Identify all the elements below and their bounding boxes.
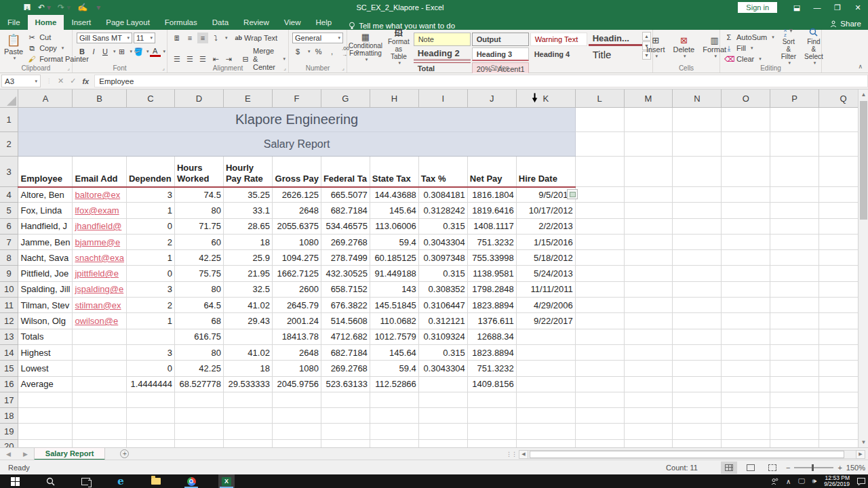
- ribbon-tab-formulas[interactable]: Formulas: [157, 15, 205, 30]
- cell[interactable]: 1: [126, 250, 174, 266]
- cell[interactable]: [624, 361, 673, 376]
- cell[interactable]: [18, 392, 73, 407]
- cell[interactable]: [73, 424, 126, 439]
- cell[interactable]: [272, 408, 321, 424]
- header-gross-pay[interactable]: Gross Pay: [272, 157, 321, 187]
- cell[interactable]: [516, 439, 575, 447]
- row-header-16[interactable]: 16: [0, 376, 18, 392]
- cell[interactable]: [770, 187, 819, 203]
- cell[interactable]: 60: [174, 234, 223, 249]
- cell[interactable]: [770, 218, 819, 234]
- cell[interactable]: [223, 439, 272, 447]
- cell[interactable]: 1409.8156: [467, 376, 516, 392]
- cell[interactable]: [370, 408, 418, 424]
- cell[interactable]: [722, 203, 770, 218]
- cell[interactable]: [673, 157, 722, 187]
- cell[interactable]: [272, 392, 321, 407]
- accounting-format-icon[interactable]: $: [292, 46, 303, 57]
- cell[interactable]: [624, 281, 673, 297]
- cell[interactable]: 534.46575: [321, 218, 370, 234]
- cell[interactable]: [73, 439, 126, 447]
- underline-button[interactable]: U: [100, 46, 111, 57]
- cell[interactable]: [575, 234, 624, 249]
- action-center-icon[interactable]: [857, 478, 865, 485]
- italic-button[interactable]: I: [88, 46, 99, 57]
- column-header-o[interactable]: O: [722, 89, 770, 108]
- cell[interactable]: 2600: [272, 281, 321, 297]
- row-header-19[interactable]: 19: [0, 424, 18, 439]
- cell[interactable]: 11/11/2011: [516, 281, 575, 297]
- clear-button[interactable]: ⌫Clear▾: [724, 54, 774, 64]
- number-dialog-launcher[interactable]: ⌟: [342, 65, 344, 71]
- cell[interactable]: 42.25: [174, 250, 223, 266]
- cell[interactable]: [174, 424, 223, 439]
- cell[interactable]: [770, 157, 819, 187]
- touch-mode-icon[interactable]: ✍: [77, 3, 87, 12]
- style-heading-3[interactable]: Heading 3: [472, 47, 529, 61]
- cell[interactable]: [722, 218, 770, 234]
- cell[interactable]: 751.3232: [467, 361, 516, 376]
- row-header-9[interactable]: 9: [0, 266, 18, 281]
- cell[interactable]: [722, 234, 770, 249]
- column-header-k[interactable]: K: [516, 89, 575, 108]
- sort-filter-button[interactable]: AZ Sort & Filter▾: [777, 30, 800, 64]
- cancel-icon[interactable]: ✕: [58, 77, 64, 85]
- style-warning-text[interactable]: Warning Text: [530, 33, 587, 46]
- cell[interactable]: 1376.611: [467, 313, 516, 329]
- cell[interactable]: 1408.1117: [467, 218, 516, 234]
- cell[interactable]: 35.25: [223, 187, 272, 203]
- cell[interactable]: Wilson, Olg: [18, 313, 73, 329]
- column-header-a[interactable]: A: [18, 89, 73, 108]
- cell[interactable]: 2/2/2013: [516, 218, 575, 234]
- cell[interactable]: [418, 376, 467, 392]
- cell[interactable]: 2: [126, 234, 174, 249]
- email-link[interactable]: stilman@ex: [73, 298, 126, 313]
- font-dialog-launcher[interactable]: ⌟: [162, 65, 165, 71]
- row-header-7[interactable]: 7: [0, 234, 18, 249]
- row-header-14[interactable]: 14: [0, 344, 18, 360]
- file-explorer-button[interactable]: [148, 474, 164, 488]
- cell[interactable]: [575, 266, 624, 281]
- cell[interactable]: [770, 281, 819, 297]
- header-federal-ta[interactable]: Federal Ta: [321, 157, 370, 187]
- cell[interactable]: 2001.24: [272, 313, 321, 329]
- cell[interactable]: [624, 424, 673, 439]
- fill-button[interactable]: ⤓Fill▾: [724, 43, 774, 54]
- font-name-combo[interactable]: Gill Sans MT▾: [77, 33, 132, 43]
- worksheet-subtitle[interactable]: Salary Report: [18, 132, 575, 157]
- scroll-up-icon[interactable]: ▲: [859, 89, 868, 100]
- cell[interactable]: [467, 439, 516, 447]
- cell[interactable]: 0.315: [418, 266, 467, 281]
- enter-icon[interactable]: ✓: [70, 77, 76, 85]
- cell[interactable]: 59.4: [370, 234, 418, 249]
- align-bottom-icon[interactable]: ≡: [197, 33, 208, 43]
- minimize-button[interactable]: —: [807, 0, 827, 15]
- orientation-icon[interactable]: ⤵: [210, 33, 221, 43]
- borders-button[interactable]: ⊞: [117, 46, 127, 57]
- cell[interactable]: 755.33998: [467, 250, 516, 266]
- cell[interactable]: [673, 344, 722, 360]
- cell[interactable]: 665.5077: [321, 187, 370, 203]
- scroll-down-icon[interactable]: ▼: [859, 437, 868, 447]
- decrease-indent-icon[interactable]: ⇤: [210, 54, 221, 64]
- cell[interactable]: [624, 250, 673, 266]
- wrap-text-button[interactable]: abWrap Text: [235, 34, 278, 42]
- style-note[interactable]: Note: [414, 33, 471, 46]
- email-link[interactable]: owilson@e: [73, 313, 126, 329]
- worksheet-title[interactable]: Klapore Engineering: [18, 108, 575, 132]
- horizontal-scroll-thumb[interactable]: [530, 451, 844, 458]
- cell[interactable]: 0.315: [418, 218, 467, 234]
- email-link[interactable]: snacht@exa: [73, 250, 126, 266]
- scrollbar-splitter[interactable]: ⋮⋮: [506, 451, 517, 458]
- cell[interactable]: [272, 424, 321, 439]
- cell[interactable]: Average: [18, 376, 73, 392]
- cell[interactable]: [770, 329, 819, 344]
- cell[interactable]: [516, 376, 575, 392]
- vertical-scroll-thumb[interactable]: [860, 101, 867, 220]
- new-sheet-icon[interactable]: +: [120, 449, 129, 458]
- cell[interactable]: [770, 203, 819, 218]
- cell[interactable]: Altore, Ben: [18, 187, 73, 203]
- cell[interactable]: 278.7499: [321, 250, 370, 266]
- cell[interactable]: 0: [126, 361, 174, 376]
- undo-icon[interactable]: ↶▾: [38, 3, 51, 12]
